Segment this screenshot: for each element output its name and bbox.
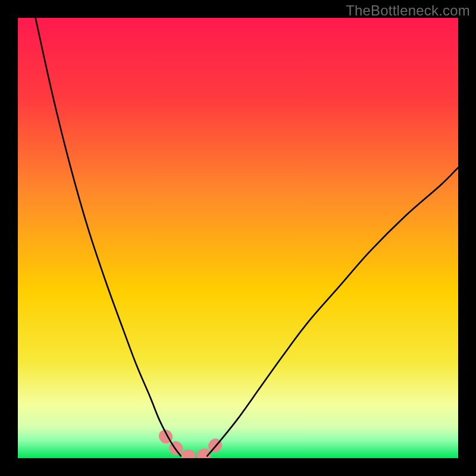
chart-svg: [18, 18, 458, 458]
right-curve: [207, 168, 458, 456]
chart-frame: TheBottleneck.com: [0, 0, 476, 476]
watermark-text: TheBottleneck.com: [346, 2, 470, 19]
plot-area: [18, 18, 458, 458]
left-curve: [36, 18, 181, 456]
